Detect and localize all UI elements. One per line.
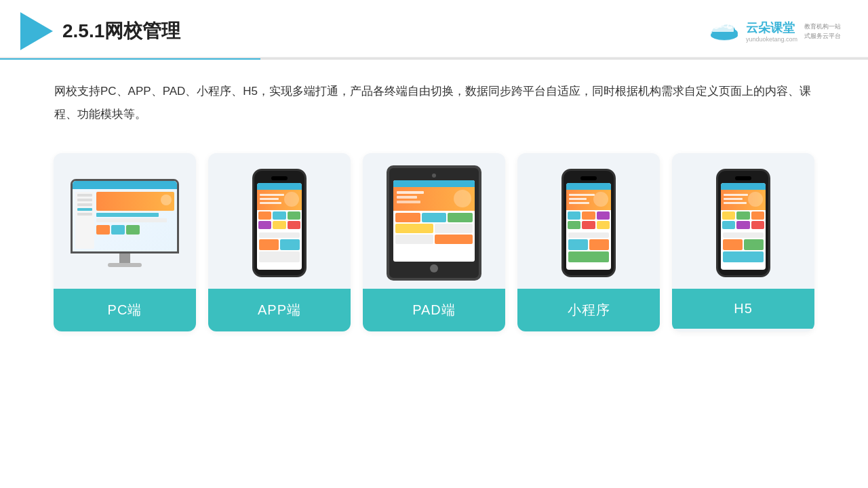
card-pad: PAD端 bbox=[363, 153, 505, 331]
card-miniprogram-label: 小程序 bbox=[517, 289, 660, 331]
header-left: 2.5.1网校管理 bbox=[20, 12, 180, 50]
phone-mockup-h5 bbox=[716, 169, 770, 277]
phone-mockup-app bbox=[252, 169, 307, 277]
card-app-image bbox=[208, 153, 351, 289]
phone-mockup-mini bbox=[561, 169, 616, 277]
card-pc-image bbox=[54, 153, 196, 289]
svg-point-5 bbox=[711, 30, 738, 40]
card-app: APP端 bbox=[208, 153, 351, 331]
card-h5: H5 bbox=[672, 153, 814, 331]
card-pad-image bbox=[363, 153, 505, 289]
svg-rect-10 bbox=[712, 26, 734, 32]
card-pc-label: PC端 bbox=[54, 289, 196, 331]
brand-tagline: 教育机构一站 式服务云平台 bbox=[804, 22, 841, 41]
brand-logo: 云朵课堂 yunduoketang.com 教育机构一站 式服务云平台 bbox=[707, 19, 841, 43]
card-pc: PC端 bbox=[54, 153, 196, 331]
card-app-label: APP端 bbox=[208, 289, 351, 331]
card-pad-label: PAD端 bbox=[363, 289, 505, 331]
card-miniprogram: 小程序 bbox=[517, 153, 660, 331]
card-h5-image bbox=[672, 153, 814, 289]
brand-text: 云朵课堂 yunduoketang.com bbox=[746, 20, 797, 43]
logo-triangle-icon bbox=[20, 12, 53, 50]
page-title: 2.5.1网校管理 bbox=[62, 18, 180, 44]
description-text: 网校支持PC、APP、PAD、小程序、H5，实现多端打通，产品各终端自由切换，数… bbox=[0, 60, 868, 140]
brand-name: 云朵课堂 bbox=[746, 20, 795, 36]
brand-url: yunduoketang.com bbox=[746, 36, 797, 43]
header: 2.5.1网校管理 云朵课堂 yunduoketang.com bbox=[0, 0, 868, 58]
pc-monitor-icon bbox=[67, 179, 182, 267]
card-miniprogram-image bbox=[517, 153, 660, 289]
cloud-icon bbox=[707, 19, 742, 43]
card-h5-label: H5 bbox=[672, 289, 814, 329]
header-right: 云朵课堂 yunduoketang.com 教育机构一站 式服务云平台 bbox=[707, 19, 841, 43]
tablet-mockup bbox=[387, 165, 481, 281]
description-content: 网校支持PC、APP、PAD、小程序、H5，实现多端打通，产品各终端自由切换，数… bbox=[54, 85, 811, 121]
cards-container: PC端 bbox=[0, 146, 868, 345]
